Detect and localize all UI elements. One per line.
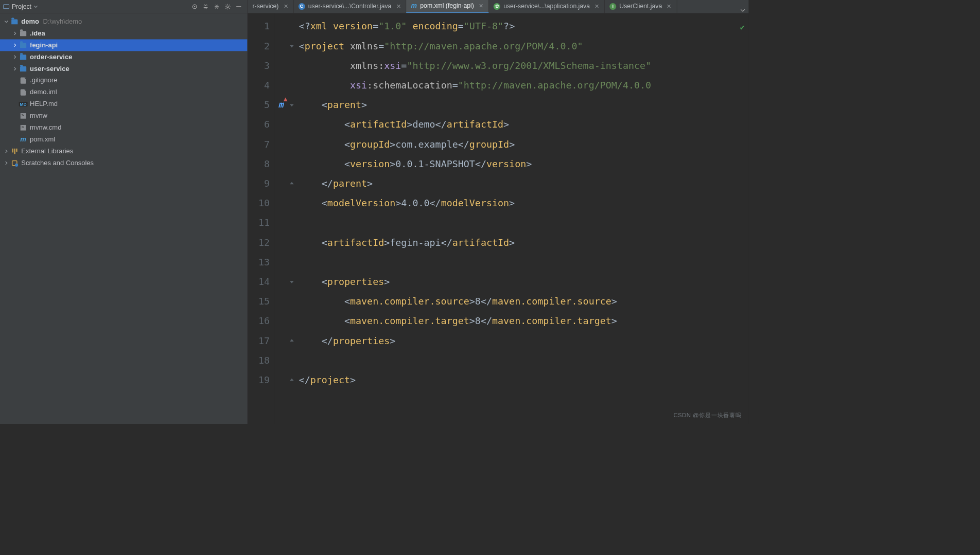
tree-item-mvnw-cmd[interactable]: mvnw.cmd bbox=[0, 122, 248, 134]
tree-item-fegin-api[interactable]: fegin-api bbox=[0, 39, 248, 51]
file-icon bbox=[20, 77, 27, 84]
fold-handle[interactable] bbox=[287, 95, 296, 115]
gutter-mark bbox=[274, 134, 287, 154]
tab-label: pom.xml (fegin-api) bbox=[420, 3, 474, 10]
gutter-mark bbox=[274, 36, 287, 56]
code-line[interactable]: <project xmlns="http://maven.apache.org/… bbox=[299, 36, 749, 56]
fold-handle bbox=[287, 213, 296, 232]
code-line[interactable]: <artifactId>demo</artifactId> bbox=[299, 115, 749, 134]
chevron-down-icon[interactable] bbox=[3, 19, 9, 25]
code-line[interactable]: <parent> bbox=[299, 95, 749, 115]
md-icon: MD bbox=[20, 101, 27, 108]
project-tree[interactable]: demo D:\wyh\demo .ideafegin-apiorder-ser… bbox=[0, 13, 248, 424]
editor-tab[interactable]: Cuser-service\...\Controller.java✕ bbox=[293, 0, 406, 13]
close-icon[interactable]: ✕ bbox=[593, 3, 600, 10]
chevron-right-icon[interactable] bbox=[12, 54, 18, 60]
lib-icon bbox=[11, 148, 18, 155]
editor-tab[interactable]: mpom.xml (fegin-api)✕ bbox=[406, 0, 488, 13]
line-number: 3 bbox=[248, 56, 270, 75]
close-icon[interactable]: ✕ bbox=[282, 3, 289, 10]
code-line[interactable]: <properties> bbox=[299, 272, 749, 292]
tree-item-order-service[interactable]: order-service bbox=[0, 51, 248, 63]
tab-label: UserClient.java bbox=[619, 3, 662, 10]
fold-handle[interactable] bbox=[287, 174, 296, 193]
project-title[interactable]: Project bbox=[3, 3, 38, 10]
line-number: 6 bbox=[248, 115, 270, 134]
fold-handle bbox=[287, 56, 296, 75]
tree-root[interactable]: demo D:\wyh\demo bbox=[0, 16, 248, 28]
editor-area: r-service)✕Cuser-service\...\Controller.… bbox=[248, 0, 748, 424]
editor-tab[interactable]: ✿user-service\...\application.java✕ bbox=[489, 0, 605, 13]
close-icon[interactable]: ✕ bbox=[477, 3, 484, 10]
tab-label: r-service) bbox=[252, 3, 278, 10]
interface-icon: I bbox=[609, 3, 616, 10]
module-icon bbox=[20, 42, 27, 49]
code-line[interactable]: <groupId>com.example</groupId> bbox=[299, 134, 749, 154]
gutter-fold[interactable] bbox=[287, 13, 296, 424]
code-line[interactable]: <maven.compiler.target>8</maven.compiler… bbox=[299, 311, 749, 331]
line-number: 10 bbox=[248, 193, 270, 213]
tree-item-help-md[interactable]: MDHELP.md bbox=[0, 98, 248, 110]
close-icon[interactable]: ✕ bbox=[665, 3, 672, 10]
tabs-dropdown-button[interactable] bbox=[737, 8, 749, 13]
chevron-right-icon[interactable] bbox=[3, 148, 9, 154]
editor-tab[interactable]: r-service)✕ bbox=[248, 0, 293, 13]
hide-button[interactable] bbox=[233, 1, 244, 12]
project-title-text: Project bbox=[12, 3, 31, 10]
code-line[interactable] bbox=[299, 213, 749, 232]
code-line[interactable]: xmlns:xsi="http://www.w3.org/2001/XMLSch… bbox=[299, 56, 749, 75]
tree-item--gitignore[interactable]: .gitignore bbox=[0, 75, 248, 86]
editor-tab[interactable]: IUserClient.java✕ bbox=[605, 0, 677, 13]
chevron-right-icon[interactable] bbox=[12, 66, 18, 72]
chevron-right-icon[interactable] bbox=[3, 160, 9, 166]
fold-handle[interactable] bbox=[287, 272, 296, 292]
maven-icon: m bbox=[20, 136, 27, 143]
chevron-right-icon[interactable] bbox=[12, 42, 18, 48]
fold-handle bbox=[287, 115, 296, 134]
code-line[interactable] bbox=[299, 252, 749, 272]
module-icon bbox=[20, 65, 27, 73]
code-editor[interactable]: ✔ 12345678910111213141516171819 m <?xml … bbox=[248, 13, 748, 424]
line-number: 12 bbox=[248, 232, 270, 252]
code-line[interactable] bbox=[299, 350, 749, 370]
code-line[interactable]: <maven.compiler.source>8</maven.compiler… bbox=[299, 292, 749, 311]
fold-handle bbox=[287, 232, 296, 252]
settings-button[interactable] bbox=[222, 1, 233, 12]
fold-handle[interactable] bbox=[287, 331, 296, 350]
tree-item-mvnw[interactable]: mvnw bbox=[0, 110, 248, 122]
line-number: 16 bbox=[248, 311, 270, 331]
collapse-all-button[interactable] bbox=[211, 1, 222, 12]
code-line[interactable]: </properties> bbox=[299, 331, 749, 350]
tree-item-label: order-service bbox=[30, 53, 72, 61]
close-icon[interactable]: ✕ bbox=[395, 3, 401, 10]
code-line[interactable]: </project> bbox=[299, 370, 749, 390]
tree-item-label: .gitignore bbox=[30, 77, 57, 84]
project-tool-window: Project demo D:\wyh\demo .ideafegin-apio… bbox=[0, 0, 248, 424]
select-opened-file-button[interactable] bbox=[189, 1, 200, 12]
tree-item-user-service[interactable]: user-service bbox=[0, 63, 248, 75]
maven-icon: m bbox=[411, 2, 417, 10]
chevron-right-icon[interactable] bbox=[12, 30, 18, 37]
tree-item-demo-iml[interactable]: demo.iml bbox=[0, 86, 248, 98]
fold-handle[interactable] bbox=[287, 370, 296, 390]
fold-handle bbox=[287, 16, 296, 36]
spring-icon: ✿ bbox=[494, 3, 500, 10]
code-line[interactable]: <modelVersion>4.0.0</modelVersion> bbox=[299, 193, 749, 213]
expand-all-button[interactable] bbox=[200, 1, 211, 12]
gutter-mark bbox=[274, 272, 287, 292]
code-line[interactable]: <?xml version="1.0" encoding="UTF-8"?> bbox=[299, 16, 749, 36]
tree-item--idea[interactable]: .idea bbox=[0, 27, 248, 39]
tree-item-pom-xml[interactable]: mpom.xml bbox=[0, 134, 248, 146]
code-content[interactable]: <?xml version="1.0" encoding="UTF-8"?><p… bbox=[296, 13, 749, 424]
fold-handle[interactable] bbox=[287, 36, 296, 56]
gutter-mark bbox=[274, 16, 287, 36]
code-line[interactable]: xsi:schemaLocation="http://maven.apache.… bbox=[299, 76, 749, 95]
code-line[interactable]: </parent> bbox=[299, 174, 749, 193]
code-line[interactable]: <version>0.0.1-SNAPSHOT</version> bbox=[299, 154, 749, 173]
gutter-mark bbox=[274, 56, 287, 75]
code-line[interactable]: <artifactId>fegin-api</artifactId> bbox=[299, 232, 749, 252]
tree-item-external-libraries[interactable]: External Libraries bbox=[0, 146, 248, 157]
tree-item-scratches-and-consoles[interactable]: Scratches and Consoles bbox=[0, 157, 248, 169]
gutter-mark bbox=[274, 76, 287, 95]
line-number: 4 bbox=[248, 76, 270, 95]
